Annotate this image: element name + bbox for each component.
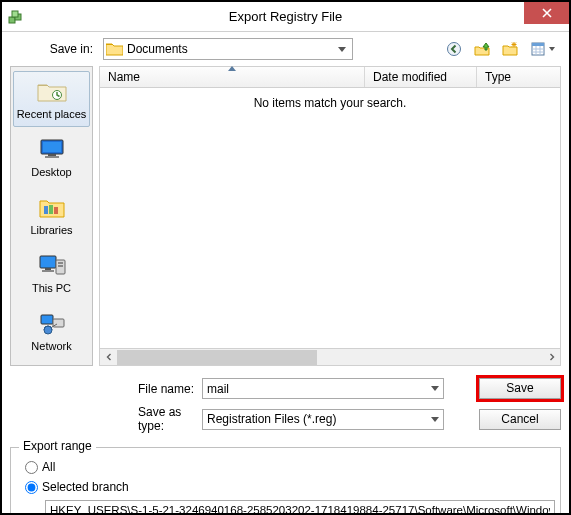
branch-path-input[interactable] — [45, 500, 555, 515]
svg-rect-0 — [9, 17, 15, 23]
caret-down-icon — [549, 47, 555, 51]
svg-rect-16 — [43, 142, 61, 152]
save-as-type-value: Registration Files (*.reg) — [207, 412, 336, 426]
bottom-panel: File name: Save Save as type: Registrati… — [2, 366, 569, 433]
place-label: Desktop — [31, 166, 71, 178]
file-name-combo[interactable] — [202, 378, 444, 399]
place-label: Recent places — [17, 108, 87, 120]
export-range-group: Export range All Selected branch — [10, 447, 561, 515]
libraries-icon — [34, 192, 70, 222]
radio-selected-branch[interactable] — [25, 481, 38, 494]
svg-rect-27 — [58, 265, 63, 267]
save-as-type-label: Save as type: — [10, 405, 196, 433]
file-list-area: Name Date modified Type No items match y… — [99, 66, 561, 366]
save-as-type-combo[interactable]: Registration Files (*.reg) — [202, 409, 444, 430]
save-in-value: Documents — [127, 42, 188, 56]
cancel-button[interactable]: Cancel — [479, 409, 561, 430]
folder-icon — [106, 42, 123, 56]
place-recent[interactable]: Recent places — [13, 71, 90, 127]
scroll-track[interactable] — [117, 350, 543, 365]
radio-all[interactable] — [25, 461, 38, 474]
view-menu-button[interactable] — [527, 38, 559, 60]
main-area: Recent places Desktop — [2, 66, 569, 366]
scroll-right-button[interactable] — [543, 350, 560, 365]
up-one-level-button[interactable] — [471, 38, 493, 60]
title-bar: Export Registry File — [2, 2, 569, 32]
place-label: Network — [31, 340, 71, 352]
file-list[interactable]: No items match your search. — [99, 88, 561, 349]
file-list-header: Name Date modified Type — [99, 66, 561, 88]
svg-rect-19 — [44, 206, 48, 214]
svg-rect-23 — [45, 268, 51, 270]
place-desktop[interactable]: Desktop — [13, 129, 90, 185]
file-name-label: File name: — [10, 382, 196, 396]
radio-selected-branch-label: Selected branch — [42, 480, 129, 494]
svg-rect-18 — [45, 156, 59, 158]
radio-all-label: All — [42, 460, 55, 474]
place-libraries[interactable]: Libraries — [13, 187, 90, 243]
save-in-combo[interactable]: Documents — [103, 38, 353, 60]
place-this-pc[interactable]: This PC — [13, 245, 90, 301]
svg-rect-21 — [54, 207, 58, 214]
radio-all-row[interactable]: All — [25, 460, 550, 474]
svg-rect-20 — [49, 205, 53, 214]
regedit-icon — [8, 9, 24, 25]
scroll-left-button[interactable] — [100, 350, 117, 365]
close-button[interactable] — [524, 2, 569, 24]
save-button[interactable]: Save — [479, 378, 561, 399]
window-title: Export Registry File — [2, 9, 569, 24]
place-network[interactable]: Network — [13, 303, 90, 359]
caret-down-icon — [338, 47, 346, 52]
recent-places-icon — [34, 76, 70, 106]
column-type[interactable]: Type — [477, 67, 560, 87]
scroll-thumb[interactable] — [117, 350, 317, 365]
svg-rect-2 — [12, 11, 18, 17]
empty-message: No items match your search. — [100, 88, 560, 110]
this-pc-icon — [34, 250, 70, 280]
file-name-input[interactable] — [207, 382, 431, 396]
svg-rect-9 — [532, 43, 544, 46]
svg-rect-24 — [42, 270, 54, 272]
places-bar: Recent places Desktop — [10, 66, 93, 366]
svg-rect-28 — [41, 315, 53, 324]
column-date-modified[interactable]: Date modified — [365, 67, 477, 87]
svg-point-3 — [448, 43, 461, 56]
toolbar: Save in: Documents — [2, 32, 569, 66]
radio-selected-branch-row[interactable]: Selected branch — [25, 480, 550, 494]
new-folder-button[interactable] — [499, 38, 521, 60]
network-icon — [34, 308, 70, 338]
sort-asc-icon — [228, 66, 236, 71]
svg-rect-26 — [58, 262, 63, 264]
place-label: Libraries — [30, 224, 72, 236]
horizontal-scrollbar[interactable] — [99, 349, 561, 366]
caret-down-icon — [431, 417, 439, 422]
svg-rect-22 — [40, 256, 56, 268]
caret-down-icon — [431, 386, 439, 391]
desktop-icon — [34, 134, 70, 164]
back-button[interactable] — [443, 38, 465, 60]
save-in-label: Save in: — [2, 42, 97, 56]
place-label: This PC — [32, 282, 71, 294]
export-range-legend: Export range — [19, 439, 96, 453]
svg-rect-17 — [48, 154, 56, 156]
